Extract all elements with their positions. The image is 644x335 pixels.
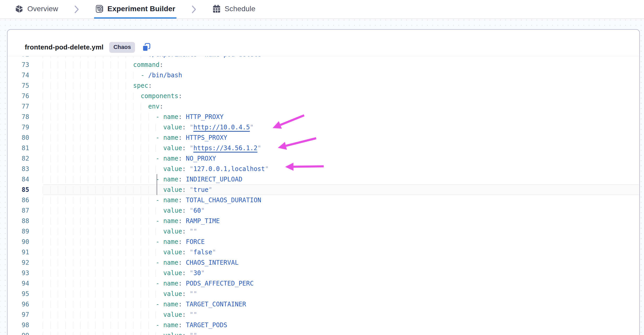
tab-schedule[interactable]: Schedule: [211, 0, 256, 18]
line-number: 73: [8, 60, 29, 70]
chevron-separator-icon: [191, 0, 197, 18]
experiment-builder-icon: [95, 5, 103, 13]
tab-experiment-builder-label: Experiment Builder: [107, 5, 175, 13]
line-number: 83: [8, 164, 29, 174]
code-line-82[interactable]: 82 - name: NO_PROXY: [8, 153, 639, 164]
chevron-separator-icon: [74, 0, 79, 18]
line-number: 72: [8, 56, 29, 60]
line-number: 99: [8, 330, 29, 335]
code-line-73[interactable]: 73 command:: [8, 60, 639, 70]
code-line-83[interactable]: 83 value: "127.0.0.1,localhost": [8, 164, 639, 174]
code-line-80[interactable]: 80 - name: HTTPS_PROXY: [8, 132, 639, 143]
line-number: 80: [8, 132, 29, 143]
code-line-87[interactable]: 87 value: "60": [8, 205, 639, 216]
code-line-96[interactable]: 96 - name: TARGET_CONTAINER: [8, 299, 639, 309]
code-line-79[interactable]: 79 value: "http://10.0.4.5": [8, 122, 639, 132]
code-line-98[interactable]: 98 - name: TARGET_PODS: [8, 320, 639, 330]
chaos-studio-page: { "nav": { "items": [ { "label": "Overvi…: [0, 0, 644, 335]
tab-schedule-label: Schedule: [225, 5, 255, 13]
line-number: 74: [8, 70, 29, 80]
code-line-76[interactable]: 76 components:: [8, 91, 639, 101]
chaos-badge: Chaos: [109, 42, 135, 53]
code-line-95[interactable]: 95 value: "": [8, 289, 639, 299]
line-number: 85: [8, 185, 29, 195]
code-line-85[interactable]: 85 value: "true": [8, 185, 639, 195]
tab-experiment-builder[interactable]: Experiment Builder: [94, 0, 176, 18]
line-number: 96: [8, 299, 29, 309]
line-number: 86: [8, 195, 29, 205]
schedule-icon: [212, 5, 221, 13]
line-number: 75: [8, 80, 29, 91]
url-link[interactable]: http://10.0.4.5: [193, 124, 250, 131]
code-line-94[interactable]: 94 - name: PODS_AFFECTED_PERC: [8, 278, 639, 289]
line-number: 98: [8, 320, 29, 330]
code-line-75[interactable]: 75 spec:: [8, 80, 639, 91]
file-title: frontend-pod-delete.yml: [25, 43, 103, 51]
copy-icon: [142, 43, 151, 52]
code-line-72[interactable]: 72 ./experiments -name pod-delete: [8, 56, 639, 60]
line-number: 95: [8, 289, 29, 299]
line-number: 84: [8, 174, 29, 185]
line-number: 91: [8, 247, 29, 257]
code-line-86[interactable]: 86 - name: TOTAL_CHAOS_DURATION: [8, 195, 639, 205]
code-line-91[interactable]: 91 value: "false": [8, 247, 639, 257]
line-number: 78: [8, 112, 29, 122]
code-line-78[interactable]: 78 - name: HTTP_PROXY: [8, 112, 639, 122]
active-indent-guide: [157, 174, 157, 185]
code-line-74[interactable]: 74 - /bin/bash: [8, 70, 639, 80]
code-line-77[interactable]: 77 env:: [8, 101, 639, 112]
code-lines: 72 ./experiments -name pod-delete73 comm…: [8, 56, 639, 335]
line-number: 90: [8, 237, 29, 247]
line-number: 81: [8, 143, 29, 153]
experiment-yaml-card: frontend-pod-delete.yml Chaos 72 ./exper…: [7, 29, 640, 335]
line-number: 77: [8, 101, 29, 112]
code-line-93[interactable]: 93 value: "30": [8, 268, 639, 278]
workspace-background: frontend-pod-delete.yml Chaos 72 ./exper…: [0, 20, 644, 335]
code-line-92[interactable]: 92 - name: CHAOS_INTERVAL: [8, 257, 639, 268]
line-number: 93: [8, 268, 29, 278]
line-number: 76: [8, 91, 29, 101]
line-number: 94: [8, 278, 29, 289]
code-line-81[interactable]: 81 value: "https://34.56.1.2": [8, 143, 639, 153]
card-header: frontend-pod-delete.yml Chaos: [8, 30, 639, 55]
line-number: 97: [8, 309, 29, 320]
line-number: 89: [8, 226, 29, 237]
line-number: 82: [8, 153, 29, 164]
code-line-84[interactable]: 84 - name: INDIRECT_UPLOAD: [8, 174, 639, 185]
line-number: 88: [8, 216, 29, 226]
tab-overview-label: Overview: [27, 5, 58, 13]
code-line-88[interactable]: 88 - name: RAMP_TIME: [8, 216, 639, 226]
copy-button[interactable]: [142, 43, 151, 52]
breadcrumb: Overview Experiment Builder: [0, 0, 644, 19]
code-line-90[interactable]: 90 - name: FORCE: [8, 237, 639, 247]
url-link[interactable]: https://34.56.1.2: [193, 144, 257, 152]
code-line-99[interactable]: 99 value: "": [8, 330, 639, 335]
overview-icon: [15, 5, 23, 13]
line-number: 87: [8, 205, 29, 216]
line-number: 92: [8, 257, 29, 268]
yaml-editor[interactable]: 72 ./experiments -name pod-delete73 comm…: [8, 56, 639, 335]
code-line-97[interactable]: 97 value: "": [8, 309, 639, 320]
active-indent-guide: [157, 185, 157, 195]
tab-overview[interactable]: Overview: [14, 0, 59, 18]
code-line-89[interactable]: 89 value: "": [8, 226, 639, 237]
line-number: 79: [8, 122, 29, 132]
